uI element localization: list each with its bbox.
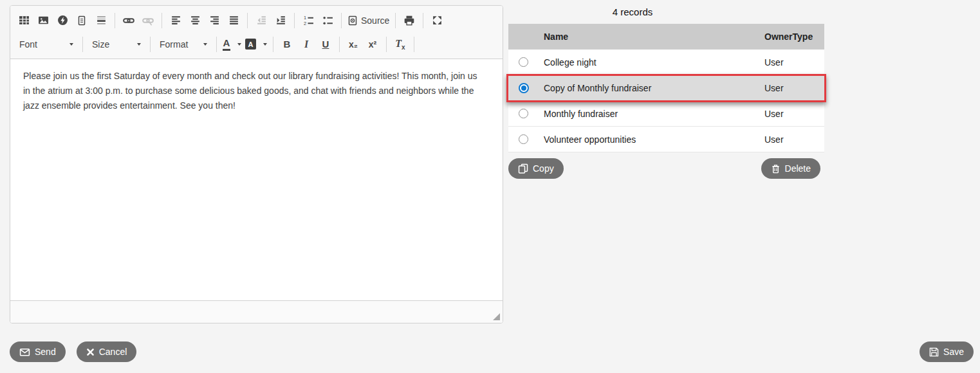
- send-button-label: Send: [35, 347, 56, 357]
- background-color-button[interactable]: A: [243, 35, 269, 54]
- close-icon: [86, 348, 95, 356]
- underline-button[interactable]: U: [316, 35, 335, 54]
- record-radio-button[interactable]: [519, 109, 528, 118]
- align-center-icon: [190, 15, 201, 26]
- svg-text:2: 2: [304, 21, 306, 26]
- rich-text-editor: 12 Source Font: [10, 5, 503, 323]
- link-button[interactable]: [119, 11, 138, 30]
- maximize-button[interactable]: [427, 11, 447, 30]
- align-right-icon: [209, 15, 220, 26]
- toolbar-separator: [423, 13, 423, 28]
- record-radio-button[interactable]: [519, 83, 529, 93]
- table-header-row: Name OwnerType: [508, 24, 824, 50]
- toolbar-row-1: 12 Source: [14, 8, 499, 32]
- copy-button[interactable]: Copy: [508, 158, 564, 179]
- outdent-icon: [256, 15, 267, 26]
- justify-icon: [228, 15, 239, 26]
- record-name: Copy of Monthly fundraiser: [544, 83, 764, 93]
- numbered-list-icon: 12: [303, 15, 314, 26]
- resize-handle[interactable]: [493, 313, 500, 320]
- insert-table-button[interactable]: [14, 11, 33, 30]
- outdent-button: [252, 11, 271, 30]
- toolbar-separator: [414, 37, 414, 52]
- align-right-button[interactable]: [205, 11, 224, 30]
- text-color-button[interactable]: A: [221, 35, 243, 54]
- numbered-list-button[interactable]: 12: [299, 11, 318, 30]
- table-icon: [19, 15, 30, 26]
- insert-image-button[interactable]: [33, 11, 53, 30]
- source-icon: [347, 15, 358, 26]
- justify-button[interactable]: [224, 11, 243, 30]
- indent-icon: [275, 15, 286, 26]
- toolbar-row-2: Font Size Format A A: [14, 32, 499, 56]
- copy-icon: [518, 163, 528, 174]
- record-owner-type: User: [764, 134, 824, 145]
- align-left-icon: [171, 15, 181, 26]
- send-button[interactable]: Send: [10, 341, 66, 362]
- text-color-icon: A: [223, 38, 230, 51]
- save-icon: [929, 347, 939, 357]
- cancel-button[interactable]: Cancel: [77, 341, 137, 362]
- flash-icon: [57, 15, 68, 26]
- print-icon: [403, 15, 415, 26]
- toolbar-separator: [395, 13, 396, 28]
- font-dropdown-label: Font: [19, 39, 37, 50]
- insert-page-button[interactable]: [72, 11, 91, 30]
- table-row[interactable]: Copy of Monthly fundraiser User: [508, 75, 824, 101]
- align-left-button[interactable]: [166, 11, 185, 30]
- toolbar-separator: [273, 37, 273, 52]
- subscript-button[interactable]: x₂: [344, 35, 363, 54]
- toolbar-separator: [386, 37, 387, 52]
- superscript-button[interactable]: x²: [363, 35, 382, 54]
- image-icon: [38, 15, 49, 26]
- save-button[interactable]: Save: [920, 341, 974, 362]
- table-row[interactable]: Monthly fundraiser User: [508, 101, 824, 127]
- save-button-label: Save: [943, 347, 964, 357]
- toolbar-separator: [150, 37, 151, 52]
- remove-format-button[interactable]: Tx: [391, 35, 410, 54]
- delete-button-label: Delete: [785, 163, 811, 174]
- toolbar-separator: [294, 13, 295, 28]
- source-button[interactable]: Source: [346, 11, 391, 30]
- toolbar-separator: [82, 37, 83, 52]
- insert-horizontal-line-button[interactable]: [91, 11, 111, 30]
- toolbar-separator: [216, 37, 217, 52]
- chevron-down-icon: [69, 43, 73, 46]
- print-button[interactable]: [400, 11, 419, 30]
- record-radio-button[interactable]: [519, 57, 528, 67]
- footer-right-actions: Save: [920, 341, 974, 362]
- align-center-button[interactable]: [185, 11, 205, 30]
- chevron-down-icon: [237, 43, 241, 46]
- horizontal-line-icon: [96, 15, 107, 26]
- size-dropdown[interactable]: Size: [87, 35, 146, 53]
- record-radio-button[interactable]: [519, 134, 528, 144]
- bold-button[interactable]: B: [277, 35, 297, 54]
- bulleted-list-button[interactable]: [318, 11, 337, 30]
- background-color-icon: A: [245, 39, 256, 50]
- chevron-down-icon: [137, 43, 141, 46]
- delete-button[interactable]: Delete: [761, 158, 820, 179]
- editor-status-bar: [10, 300, 503, 323]
- table-row[interactable]: Volunteer opportunities User: [508, 127, 824, 152]
- format-dropdown[interactable]: Format: [154, 35, 212, 53]
- italic-button[interactable]: I: [297, 35, 316, 54]
- size-dropdown-label: Size: [92, 39, 109, 50]
- unlink-button: [138, 11, 158, 30]
- footer-left-actions: Send Cancel: [10, 341, 136, 362]
- toolbar-separator: [339, 37, 340, 52]
- editor-content-area[interactable]: Please join us the first Saturday of eve…: [10, 59, 503, 300]
- record-name: Monthly fundraiser: [544, 109, 764, 119]
- maximize-icon: [432, 15, 443, 26]
- font-dropdown[interactable]: Font: [14, 35, 79, 53]
- column-header-ownertype: OwnerType: [764, 32, 824, 42]
- link-icon: [123, 15, 134, 26]
- editor-paragraph: Please join us the first Saturday of eve…: [23, 69, 486, 113]
- records-actions: Copy Delete: [508, 158, 824, 179]
- table-row[interactable]: College night User: [508, 50, 824, 75]
- record-owner-type: User: [764, 109, 824, 119]
- copy-button-label: Copy: [533, 163, 554, 174]
- insert-flash-button[interactable]: [53, 11, 72, 30]
- page: { "colors": { "page_background": "#f4f4f…: [0, 0, 980, 373]
- document-icon: [77, 15, 87, 26]
- indent-button[interactable]: [271, 11, 290, 30]
